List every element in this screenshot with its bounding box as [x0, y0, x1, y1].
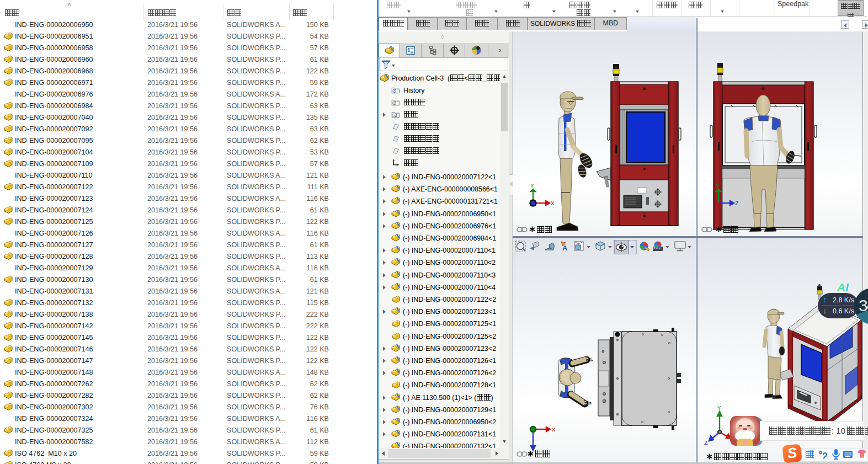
- svg-text:Y: Y: [717, 405, 721, 412]
- svg-text:Y: Y: [530, 183, 534, 189]
- svg-text:Z: Z: [704, 440, 708, 446]
- svg-text:X: X: [551, 200, 555, 207]
- svg-text:A: A: [393, 114, 396, 118]
- svg-text:Z: Z: [735, 200, 739, 207]
- svg-text:A: A: [562, 244, 568, 252]
- svg-text:Y: Y: [716, 183, 720, 189]
- svg-text:X: X: [552, 426, 556, 433]
